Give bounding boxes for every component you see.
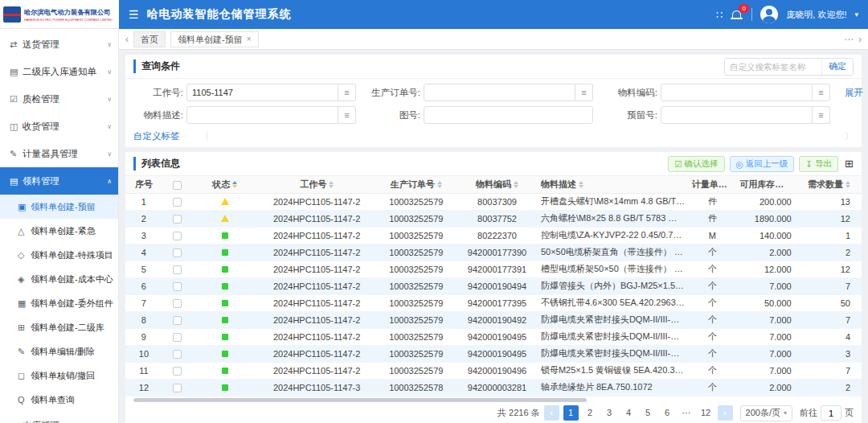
sidebar-item-create-reserved[interactable]: ▣领料单创建-预留 (0, 195, 118, 219)
page-button-2[interactable]: 2 (583, 405, 598, 421)
col-header-物料编码[interactable]: 物料编码 (457, 176, 538, 193)
page-button-4[interactable]: 4 (621, 405, 637, 421)
sidebar-item-secondary-inbound-notice[interactable]: ▤二级库入库通知单∨ (0, 58, 118, 85)
row-checkbox[interactable] (173, 282, 182, 291)
custom-tag-name-input[interactable] (725, 62, 821, 72)
page-button-6[interactable]: 6 (660, 405, 675, 421)
sidebar-item-receiving-management[interactable]: ◫收货管理∨ (0, 113, 118, 140)
avatar[interactable] (760, 6, 778, 23)
col-header-物料描述[interactable]: 物料描述 (538, 176, 689, 193)
page-button-5[interactable]: 5 (641, 405, 656, 421)
page-button-12[interactable]: 12 (698, 405, 714, 421)
material-desc-input[interactable] (186, 106, 338, 124)
table-row[interactable]: 72024HPC1105-1147-2100032525799420001773… (125, 294, 862, 311)
fullscreen-icon[interactable]: ∷ (716, 9, 723, 21)
row-checkbox[interactable] (173, 350, 182, 359)
user-menu-caret-icon[interactable]: ▾ (854, 10, 858, 18)
table-row[interactable]: 22024HPC1105-1147-21000325257980037752六角… (125, 210, 862, 227)
row-checkbox[interactable] (173, 198, 182, 207)
sidebar-item-requisition-query[interactable]: Q领料单查询 (0, 388, 118, 412)
col-header-生产订单号[interactable]: 生产订单号 (375, 176, 457, 193)
user-greeting[interactable]: 庞晓明, 欢迎您! (786, 9, 846, 21)
tabs-scroll-left-icon[interactable]: ‹ (125, 34, 129, 45)
list-select-icon[interactable]: ≡ (813, 106, 830, 124)
sort-icon[interactable] (232, 181, 237, 188)
sidebar-item-create-outsourced[interactable]: ▦领料单创建-委外组件 (0, 291, 118, 315)
sidebar-item-create-cost-center[interactable]: ◈领料单创建-成本中心 (0, 267, 118, 291)
sidebar-item-create-secondary-store[interactable]: ⊞领料单创建-二级库 (0, 315, 118, 339)
sort-icon[interactable] (437, 181, 442, 188)
sidebar-item-measuring-tools[interactable]: ✎计量器具管理∨ (0, 140, 118, 167)
export-button[interactable]: ↧导出 (799, 156, 838, 172)
expand-link[interactable]: 展开 (845, 87, 863, 99)
confirm-tag-button[interactable]: 确定 (821, 59, 853, 75)
goto-page-input[interactable] (821, 405, 841, 421)
table-row[interactable]: 82024HPC1105-1147-2100032525799420001904… (125, 311, 862, 328)
table-row[interactable]: 12024HPC1105-1147-21000325257980037309开槽… (125, 193, 862, 210)
table-row[interactable]: 32024HPC1105-1147-21000325257980222370控制… (125, 227, 862, 244)
material-code-input[interactable] (661, 84, 813, 101)
sidebar-item-delivery-management[interactable]: ⇄送货管理∨ (0, 31, 118, 58)
table-row[interactable]: 102024HPC1105-1147-210003252579942000190… (125, 345, 862, 362)
sort-icon[interactable] (579, 181, 583, 188)
tab-1[interactable]: 领料单创建-预留× (170, 31, 259, 47)
sort-icon[interactable] (845, 181, 850, 188)
col-header-工作号[interactable]: 工作号 (258, 176, 376, 193)
table-row[interactable]: 42024HPC1105-1147-2100032525799420001773… (125, 244, 862, 261)
col-header-需求数量[interactable]: 需求数量 (803, 176, 862, 193)
table-row[interactable]: 62024HPC1105-1147-2100032525799420001904… (125, 277, 862, 294)
tag-scroll-left-icon[interactable]: 〈 (201, 130, 210, 142)
sidebar-item-writeoff-recall[interactable]: ◻领料单核销/撤回 (0, 363, 118, 388)
column-settings-icon[interactable]: ⊞ (845, 158, 854, 170)
close-icon[interactable]: × (247, 32, 252, 47)
back-previous-button[interactable]: ◎返回上一级 (730, 156, 795, 172)
row-checkbox[interactable] (173, 232, 182, 240)
next-page-button[interactable]: › (718, 405, 733, 421)
list-select-icon[interactable]: ≡ (338, 84, 356, 101)
prev-page-button[interactable]: ‹ (544, 405, 559, 421)
sidebar-collapse-icon[interactable]: ☰ (129, 8, 139, 21)
col-header-计量单位[interactable]: 计量单位 (689, 176, 737, 193)
table-row[interactable]: 112024HPC1105-1147-210003252579942000190… (125, 362, 862, 379)
row-checkbox[interactable] (173, 215, 182, 224)
row-checkbox[interactable] (173, 316, 182, 325)
tabs-scroll-right-icon[interactable]: › (858, 34, 862, 45)
row-checkbox[interactable] (173, 367, 182, 376)
horizontal-scrollbar[interactable] (133, 398, 587, 402)
sidebar-item-create-special-project[interactable]: ◇领料单创建-特殊项目 (0, 243, 118, 267)
page-button-3[interactable]: 3 (602, 405, 617, 421)
tabs-more-icon[interactable]: ⋯ (844, 34, 854, 45)
confirm-select-button[interactable]: ☑确认选择 (668, 156, 724, 172)
list-select-icon[interactable]: ≡ (575, 84, 593, 101)
custom-tag-link[interactable]: 自定义标签 (133, 130, 180, 142)
reservation-no-input[interactable] (661, 106, 813, 124)
tab-0[interactable]: 首页 (133, 31, 166, 47)
list-select-icon[interactable]: ≡ (338, 106, 356, 124)
sort-icon[interactable] (730, 181, 735, 188)
work-no-input[interactable] (186, 84, 338, 101)
col-header-状态[interactable]: 状态 (191, 176, 257, 193)
page-size-select[interactable]: 200条/页 ▾ (740, 405, 792, 421)
row-checkbox[interactable] (173, 384, 182, 392)
sort-icon[interactable] (795, 181, 800, 188)
sidebar-item-edit-delete[interactable]: ✎领料单编辑/删除 (0, 339, 118, 363)
row-checkbox[interactable] (173, 333, 182, 342)
tag-scroll-right-icon[interactable]: 〉 (845, 130, 854, 142)
sidebar-item-create-urgent[interactable]: △领料单创建-紧急 (0, 219, 118, 243)
row-checkbox[interactable] (173, 265, 182, 274)
select-all-checkbox[interactable] (173, 181, 182, 190)
table-row[interactable]: 122024HPC1105-1147-310003252578942000003… (125, 379, 862, 396)
sidebar-item-quality-inspection[interactable]: ☑质检管理∨ (0, 85, 118, 113)
table-row[interactable]: 52024HPC1105-1147-2100032525799420001773… (125, 261, 862, 277)
sidebar-item-outbound-management[interactable]: ⌂出库管理∨ (0, 412, 118, 423)
col-header-可用库存数量[interactable]: 可用库存数量 (736, 176, 802, 193)
row-checkbox[interactable] (173, 299, 182, 308)
sidebar-item-material-requisition[interactable]: ▤领料管理∧ (0, 167, 118, 195)
production-order-no-input[interactable] (424, 84, 575, 101)
table-row[interactable]: 92024HPC1105-1147-2100032525799420001904… (125, 328, 862, 345)
notification-bell-icon[interactable]: 0 (731, 8, 743, 21)
list-select-icon[interactable]: ≡ (813, 84, 830, 101)
page-button-1[interactable]: 1 (563, 405, 579, 421)
sort-icon[interactable] (329, 181, 334, 188)
row-checkbox[interactable] (173, 248, 182, 257)
